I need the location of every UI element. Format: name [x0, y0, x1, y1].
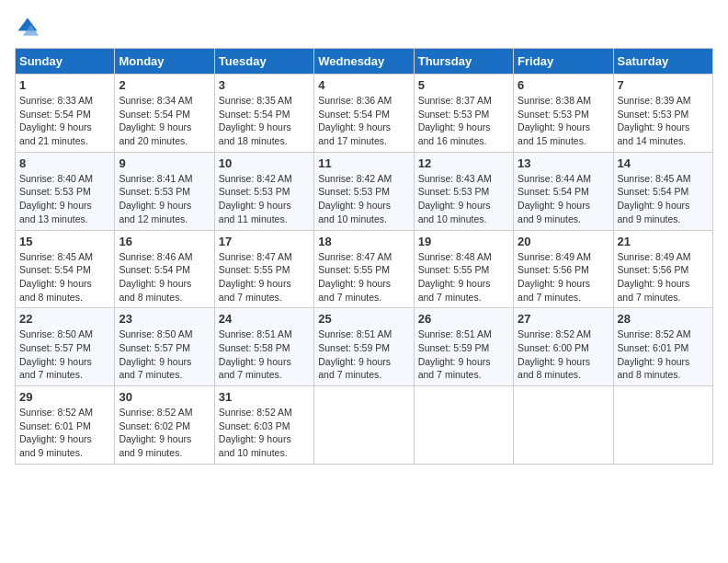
calendar-cell: 3Sunrise: 8:35 AMSunset: 5:54 PMDaylight… — [214, 75, 313, 153]
day-info: Sunrise: 8:52 AMSunset: 6:01 PMDaylight:… — [618, 327, 709, 382]
page-header — [15, 15, 713, 40]
weekday-header-tuesday: Tuesday — [214, 49, 313, 75]
day-info: Sunrise: 8:40 AMSunset: 5:53 PMDaylight:… — [19, 172, 110, 226]
calendar-cell: 30Sunrise: 8:52 AMSunset: 6:02 PMDayligh… — [115, 386, 214, 465]
calendar-cell: 6Sunrise: 8:38 AMSunset: 5:53 PMDaylight… — [514, 75, 613, 153]
calendar-cell: 4Sunrise: 8:36 AMSunset: 5:54 PMDaylight… — [314, 75, 414, 153]
calendar-cell: 7Sunrise: 8:39 AMSunset: 5:53 PMDaylight… — [613, 75, 712, 153]
calendar-cell: 29Sunrise: 8:52 AMSunset: 6:01 PMDayligh… — [16, 386, 115, 465]
day-info: Sunrise: 8:43 AMSunset: 5:53 PMDaylight:… — [418, 172, 509, 226]
calendar-cell: 23Sunrise: 8:50 AMSunset: 5:57 PMDayligh… — [115, 308, 214, 386]
calendar-table: SundayMondayTuesdayWednesdayThursdayFrid… — [15, 48, 713, 465]
day-info: Sunrise: 8:37 AMSunset: 5:53 PMDaylight:… — [418, 94, 509, 148]
day-info: Sunrise: 8:38 AMSunset: 5:53 PMDaylight:… — [518, 94, 609, 148]
calendar-cell: 16Sunrise: 8:46 AMSunset: 5:54 PMDayligh… — [115, 230, 214, 308]
day-number: 7 — [618, 78, 709, 92]
day-number: 5 — [418, 78, 509, 92]
day-info: Sunrise: 8:46 AMSunset: 5:54 PMDaylight:… — [119, 250, 210, 304]
day-number: 10 — [219, 156, 310, 170]
day-number: 18 — [318, 235, 409, 248]
calendar-cell: 8Sunrise: 8:40 AMSunset: 5:53 PMDaylight… — [16, 152, 115, 230]
calendar-cell — [514, 386, 613, 465]
day-info: Sunrise: 8:50 AMSunset: 5:57 PMDaylight:… — [19, 327, 110, 382]
day-number: 22 — [19, 312, 110, 326]
day-number: 12 — [418, 156, 509, 170]
calendar-cell — [613, 386, 712, 465]
day-number: 23 — [119, 312, 210, 326]
calendar-cell: 2Sunrise: 8:34 AMSunset: 5:54 PMDaylight… — [115, 75, 214, 153]
day-info: Sunrise: 8:47 AMSunset: 5:55 PMDaylight:… — [219, 250, 310, 304]
calendar-cell: 15Sunrise: 8:45 AMSunset: 5:54 PMDayligh… — [16, 230, 115, 308]
day-info: Sunrise: 8:49 AMSunset: 5:56 PMDaylight:… — [618, 250, 709, 304]
calendar-cell: 22Sunrise: 8:50 AMSunset: 5:57 PMDayligh… — [16, 308, 115, 386]
calendar-cell — [314, 386, 414, 465]
day-info: Sunrise: 8:42 AMSunset: 5:53 PMDaylight:… — [219, 172, 310, 226]
day-info: Sunrise: 8:45 AMSunset: 5:54 PMDaylight:… — [19, 250, 110, 304]
day-info: Sunrise: 8:33 AMSunset: 5:54 PMDaylight:… — [19, 94, 110, 148]
calendar-cell: 24Sunrise: 8:51 AMSunset: 5:58 PMDayligh… — [214, 308, 313, 386]
weekday-header-monday: Monday — [115, 49, 214, 75]
day-number: 17 — [219, 235, 310, 248]
day-info: Sunrise: 8:49 AMSunset: 5:56 PMDaylight:… — [518, 250, 609, 304]
day-number: 11 — [318, 156, 409, 170]
calendar-cell: 20Sunrise: 8:49 AMSunset: 5:56 PMDayligh… — [514, 230, 613, 308]
calendar-cell: 13Sunrise: 8:44 AMSunset: 5:54 PMDayligh… — [514, 152, 613, 230]
weekday-header-wednesday: Wednesday — [314, 49, 414, 75]
day-number: 25 — [318, 312, 409, 326]
day-number: 6 — [518, 78, 609, 92]
day-number: 30 — [119, 390, 210, 404]
calendar-cell: 17Sunrise: 8:47 AMSunset: 5:55 PMDayligh… — [214, 230, 313, 308]
day-number: 1 — [19, 78, 110, 92]
day-info: Sunrise: 8:52 AMSunset: 6:01 PMDaylight:… — [19, 406, 110, 460]
calendar-cell: 9Sunrise: 8:41 AMSunset: 5:53 PMDaylight… — [115, 152, 214, 230]
calendar-cell: 19Sunrise: 8:48 AMSunset: 5:55 PMDayligh… — [414, 230, 513, 308]
logo-icon — [15, 15, 40, 40]
logo — [15, 15, 44, 40]
day-info: Sunrise: 8:41 AMSunset: 5:53 PMDaylight:… — [119, 172, 210, 226]
calendar-cell: 31Sunrise: 8:52 AMSunset: 6:03 PMDayligh… — [214, 386, 313, 465]
weekday-header-saturday: Saturday — [613, 49, 712, 75]
day-number: 16 — [119, 235, 210, 248]
calendar-cell: 25Sunrise: 8:51 AMSunset: 5:59 PMDayligh… — [314, 308, 414, 386]
calendar-cell: 28Sunrise: 8:52 AMSunset: 6:01 PMDayligh… — [613, 308, 712, 386]
day-number: 14 — [618, 156, 709, 170]
day-number: 31 — [219, 390, 310, 404]
day-info: Sunrise: 8:52 AMSunset: 6:02 PMDaylight:… — [119, 406, 210, 460]
weekday-header-thursday: Thursday — [414, 49, 513, 75]
day-info: Sunrise: 8:50 AMSunset: 5:57 PMDaylight:… — [119, 327, 210, 382]
day-number: 24 — [219, 312, 310, 326]
day-info: Sunrise: 8:51 AMSunset: 5:58 PMDaylight:… — [219, 327, 310, 382]
calendar-cell: 14Sunrise: 8:45 AMSunset: 5:54 PMDayligh… — [613, 152, 712, 230]
weekday-header-sunday: Sunday — [16, 49, 115, 75]
calendar-cell: 1Sunrise: 8:33 AMSunset: 5:54 PMDaylight… — [16, 75, 115, 153]
calendar-cell: 26Sunrise: 8:51 AMSunset: 5:59 PMDayligh… — [414, 308, 513, 386]
day-number: 27 — [518, 312, 609, 326]
calendar-cell: 5Sunrise: 8:37 AMSunset: 5:53 PMDaylight… — [414, 75, 513, 153]
day-number: 29 — [19, 390, 110, 404]
day-number: 9 — [119, 156, 210, 170]
day-info: Sunrise: 8:52 AMSunset: 6:00 PMDaylight:… — [518, 327, 609, 382]
weekday-header-friday: Friday — [514, 49, 613, 75]
day-number: 13 — [518, 156, 609, 170]
day-info: Sunrise: 8:45 AMSunset: 5:54 PMDaylight:… — [618, 172, 709, 226]
calendar-cell: 18Sunrise: 8:47 AMSunset: 5:55 PMDayligh… — [314, 230, 414, 308]
day-info: Sunrise: 8:44 AMSunset: 5:54 PMDaylight:… — [518, 172, 609, 226]
day-info: Sunrise: 8:47 AMSunset: 5:55 PMDaylight:… — [318, 250, 409, 304]
day-number: 21 — [618, 235, 709, 248]
calendar-cell: 21Sunrise: 8:49 AMSunset: 5:56 PMDayligh… — [613, 230, 712, 308]
calendar-cell: 27Sunrise: 8:52 AMSunset: 6:00 PMDayligh… — [514, 308, 613, 386]
day-number: 8 — [19, 156, 110, 170]
day-number: 15 — [19, 235, 110, 248]
day-info: Sunrise: 8:36 AMSunset: 5:54 PMDaylight:… — [318, 94, 409, 148]
day-info: Sunrise: 8:39 AMSunset: 5:53 PMDaylight:… — [618, 94, 709, 148]
day-info: Sunrise: 8:51 AMSunset: 5:59 PMDaylight:… — [418, 327, 509, 382]
day-info: Sunrise: 8:34 AMSunset: 5:54 PMDaylight:… — [119, 94, 210, 148]
calendar-cell: 12Sunrise: 8:43 AMSunset: 5:53 PMDayligh… — [414, 152, 513, 230]
day-info: Sunrise: 8:35 AMSunset: 5:54 PMDaylight:… — [219, 94, 310, 148]
day-number: 4 — [318, 78, 409, 92]
day-info: Sunrise: 8:52 AMSunset: 6:03 PMDaylight:… — [219, 406, 310, 460]
day-info: Sunrise: 8:48 AMSunset: 5:55 PMDaylight:… — [418, 250, 509, 304]
day-number: 19 — [418, 235, 509, 248]
day-number: 26 — [418, 312, 509, 326]
calendar-cell — [414, 386, 513, 465]
